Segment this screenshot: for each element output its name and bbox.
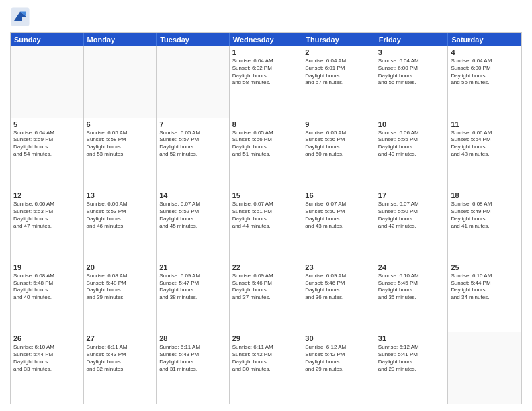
day-info: Sunrise: 6:10 AMSunset: 5:45 PMDaylight … [378,273,445,302]
calendar-body: 1Sunrise: 6:04 AMSunset: 6:02 PMDaylight… [11,46,521,404]
day-number: 29 [232,334,300,342]
day-number: 5 [13,120,81,128]
calendar-header-cell: Saturday [448,33,521,46]
calendar-cell: 28Sunrise: 6:11 AMSunset: 5:43 PMDayligh… [157,332,230,404]
day-number: 9 [305,120,372,128]
day-number: 22 [232,263,300,271]
calendar-cell: 21Sunrise: 6:09 AMSunset: 5:47 PMDayligh… [157,261,230,332]
calendar-cell: 6Sunrise: 6:05 AMSunset: 5:58 PMDaylight… [84,118,157,189]
day-number: 23 [305,263,372,271]
day-info: Sunrise: 6:06 AMSunset: 5:53 PMDaylight … [13,201,81,230]
calendar-cell: 9Sunrise: 6:05 AMSunset: 5:56 PMDaylight… [302,118,375,189]
calendar-week-row: 12Sunrise: 6:06 AMSunset: 5:53 PMDayligh… [11,189,521,261]
calendar: SundayMondayTuesdayWednesdayThursdayFrid… [10,32,522,404]
header [10,7,522,27]
calendar-cell: 2Sunrise: 6:04 AMSunset: 6:01 PMDaylight… [302,46,375,118]
day-info: Sunrise: 6:06 AMSunset: 5:55 PMDaylight … [378,130,445,158]
calendar-cell: 1Sunrise: 6:04 AMSunset: 6:02 PMDaylight… [230,46,303,118]
logo-icon [10,7,30,27]
calendar-cell: 25Sunrise: 6:10 AMSunset: 5:44 PMDayligh… [448,261,521,332]
day-info: Sunrise: 6:11 AMSunset: 5:42 PMDaylight … [232,344,300,373]
day-info: Sunrise: 6:08 AMSunset: 5:48 PMDaylight … [87,273,154,302]
calendar-header-cell: Friday [375,33,449,46]
calendar-header-cell: Wednesday [230,33,303,46]
page: SundayMondayTuesdayWednesdayThursdayFrid… [0,0,532,411]
logo [10,7,33,27]
day-number: 1 [232,48,300,56]
day-info: Sunrise: 6:05 AMSunset: 5:57 PMDaylight … [159,130,226,158]
calendar-cell [448,332,521,404]
calendar-header-cell: Tuesday [157,33,230,46]
day-number: 26 [13,334,81,342]
day-info: Sunrise: 6:11 AMSunset: 5:43 PMDaylight … [159,344,226,373]
calendar-cell: 30Sunrise: 6:12 AMSunset: 5:42 PMDayligh… [302,332,375,404]
day-number: 19 [13,263,81,271]
day-info: Sunrise: 6:10 AMSunset: 5:44 PMDaylight … [13,344,81,373]
day-number: 24 [378,263,445,271]
calendar-cell: 26Sunrise: 6:10 AMSunset: 5:44 PMDayligh… [11,332,84,404]
day-number: 15 [232,191,300,199]
day-number: 18 [451,191,519,199]
calendar-cell: 18Sunrise: 6:08 AMSunset: 5:49 PMDayligh… [448,189,521,261]
calendar-week-row: 19Sunrise: 6:08 AMSunset: 5:48 PMDayligh… [11,261,521,333]
day-number: 21 [159,263,226,271]
calendar-header-row: SundayMondayTuesdayWednesdayThursdayFrid… [11,33,521,46]
calendar-cell: 11Sunrise: 6:06 AMSunset: 5:54 PMDayligh… [448,118,521,189]
calendar-cell: 22Sunrise: 6:09 AMSunset: 5:46 PMDayligh… [230,261,303,332]
calendar-cell: 3Sunrise: 6:04 AMSunset: 6:00 PMDaylight… [375,46,449,118]
day-info: Sunrise: 6:07 AMSunset: 5:50 PMDaylight … [305,201,372,230]
day-info: Sunrise: 6:07 AMSunset: 5:50 PMDaylight … [378,201,445,230]
day-number: 10 [378,120,445,128]
day-info: Sunrise: 6:12 AMSunset: 5:42 PMDaylight … [305,344,372,373]
day-info: Sunrise: 6:04 AMSunset: 6:01 PMDaylight … [305,58,372,87]
day-info: Sunrise: 6:05 AMSunset: 5:58 PMDaylight … [87,130,154,158]
day-info: Sunrise: 6:06 AMSunset: 5:53 PMDaylight … [87,201,154,230]
calendar-header-cell: Thursday [302,33,375,46]
day-number: 28 [159,334,226,342]
day-info: Sunrise: 6:07 AMSunset: 5:52 PMDaylight … [159,201,226,230]
day-info: Sunrise: 6:12 AMSunset: 5:41 PMDaylight … [378,344,445,373]
day-info: Sunrise: 6:04 AMSunset: 6:00 PMDaylight … [451,58,519,87]
calendar-cell: 17Sunrise: 6:07 AMSunset: 5:50 PMDayligh… [375,189,449,261]
day-info: Sunrise: 6:04 AMSunset: 5:59 PMDaylight … [13,130,81,158]
calendar-cell: 19Sunrise: 6:08 AMSunset: 5:48 PMDayligh… [11,261,84,332]
calendar-cell: 15Sunrise: 6:07 AMSunset: 5:51 PMDayligh… [230,189,303,261]
day-info: Sunrise: 6:07 AMSunset: 5:51 PMDaylight … [232,201,300,230]
calendar-cell: 20Sunrise: 6:08 AMSunset: 5:48 PMDayligh… [84,261,157,332]
day-number: 4 [451,48,519,56]
calendar-cell: 29Sunrise: 6:11 AMSunset: 5:42 PMDayligh… [230,332,303,404]
day-number: 27 [87,334,154,342]
day-info: Sunrise: 6:04 AMSunset: 6:02 PMDaylight … [232,58,300,87]
day-number: 11 [451,120,519,128]
calendar-header-cell: Sunday [11,33,84,46]
calendar-cell [11,46,84,118]
calendar-week-row: 5Sunrise: 6:04 AMSunset: 5:59 PMDaylight… [11,118,521,190]
day-info: Sunrise: 6:10 AMSunset: 5:44 PMDaylight … [451,273,519,302]
day-number: 12 [13,191,81,199]
day-number: 14 [159,191,226,199]
calendar-cell: 4Sunrise: 6:04 AMSunset: 6:00 PMDaylight… [448,46,521,118]
calendar-cell [157,46,230,118]
day-info: Sunrise: 6:08 AMSunset: 5:48 PMDaylight … [13,273,81,302]
day-number: 31 [378,334,445,342]
day-info: Sunrise: 6:09 AMSunset: 5:46 PMDaylight … [305,273,372,302]
day-number: 13 [87,191,154,199]
day-info: Sunrise: 6:09 AMSunset: 5:46 PMDaylight … [232,273,300,302]
day-number: 6 [87,120,154,128]
day-info: Sunrise: 6:06 AMSunset: 5:54 PMDaylight … [451,130,519,158]
calendar-cell: 23Sunrise: 6:09 AMSunset: 5:46 PMDayligh… [302,261,375,332]
calendar-cell: 14Sunrise: 6:07 AMSunset: 5:52 PMDayligh… [157,189,230,261]
calendar-header-cell: Monday [84,33,157,46]
calendar-cell: 8Sunrise: 6:05 AMSunset: 5:56 PMDaylight… [230,118,303,189]
calendar-cell: 10Sunrise: 6:06 AMSunset: 5:55 PMDayligh… [375,118,449,189]
day-number: 16 [305,191,372,199]
day-info: Sunrise: 6:09 AMSunset: 5:47 PMDaylight … [159,273,226,302]
calendar-cell: 27Sunrise: 6:11 AMSunset: 5:43 PMDayligh… [84,332,157,404]
day-info: Sunrise: 6:04 AMSunset: 6:00 PMDaylight … [378,58,445,87]
calendar-week-row: 26Sunrise: 6:10 AMSunset: 5:44 PMDayligh… [11,332,521,404]
calendar-cell: 7Sunrise: 6:05 AMSunset: 5:57 PMDaylight… [157,118,230,189]
calendar-cell [84,46,157,118]
day-info: Sunrise: 6:11 AMSunset: 5:43 PMDaylight … [87,344,154,373]
calendar-cell: 13Sunrise: 6:06 AMSunset: 5:53 PMDayligh… [84,189,157,261]
day-number: 7 [159,120,226,128]
